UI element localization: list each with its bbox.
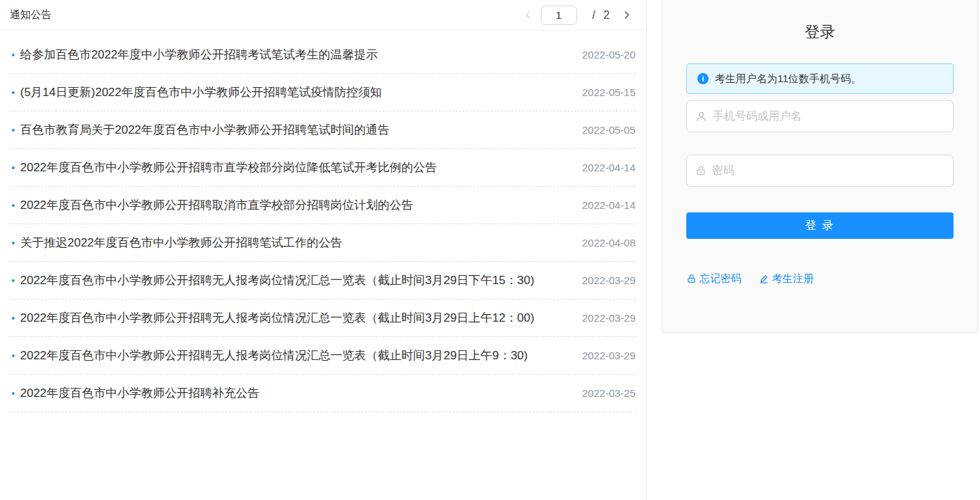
notice-row: 关于推迟2022年度百色市中小学教师公开招聘笔试工作的公告 2022-04-08: [10, 224, 635, 262]
chevron-right-icon: [622, 10, 631, 19]
bullet-icon: [12, 354, 15, 357]
notice-date: 2022-04-14: [582, 155, 635, 180]
prev-page-button[interactable]: [522, 9, 534, 21]
notice-date: 2022-04-08: [582, 231, 635, 255]
alert-text: 考生用户名为11位数手机号码。: [715, 72, 862, 86]
lock-icon: [695, 165, 706, 176]
bullet-icon: [12, 392, 15, 395]
register-label: 考生注册: [772, 272, 814, 286]
unlock-icon: [686, 274, 697, 284]
notice-link[interactable]: 2022年度百色市中小学教师公开招聘无人报考岗位情况汇总一览表（截止时间3月29…: [20, 343, 582, 368]
notice-row: 给参加百色市2022年度中小学教师公开招聘考试笔试考生的温馨提示 2022-05…: [10, 36, 635, 74]
chevron-left-icon: [523, 10, 532, 19]
info-circle-icon: i: [697, 73, 709, 84]
password-field-wrapper: [686, 155, 954, 187]
notice-link[interactable]: 2022年度百色市中小学教师公开招聘市直学校部分岗位降低笔试开考比例的公告: [20, 155, 582, 180]
notice-date: 2022-03-29: [582, 306, 635, 330]
notice-date: 2022-05-20: [582, 42, 635, 67]
notice-row: 2022年度百色市中小学教师公开招聘无人报考岗位情况汇总一览表（截止时间3月29…: [10, 299, 635, 337]
notice-row: (5月14日更新)2022年度百色市中小学教师公开招聘笔试疫情防控须知 2022…: [10, 74, 635, 111]
notices-header: 通知公告 / 2: [0, 0, 646, 31]
notices-panel: 通知公告 / 2 给参加百色市2022年: [0, 0, 647, 500]
notice-link[interactable]: 2022年度百色市中小学教师公开招聘取消市直学校部分招聘岗位计划的公告: [20, 193, 582, 217]
bullet-icon: [12, 91, 15, 94]
notice-row: 2022年度百色市中小学教师公开招聘取消市直学校部分招聘岗位计划的公告 2022…: [10, 187, 635, 224]
notice-row: 2022年度百色市中小学教师公开招聘无人报考岗位情况汇总一览表（截止时间3月29…: [10, 262, 635, 299]
notice-date: 2022-03-29: [582, 343, 635, 368]
password-input[interactable]: [712, 164, 945, 177]
notice-date: 2022-05-15: [582, 80, 635, 104]
bullet-icon: [12, 279, 15, 282]
notice-date: 2022-03-29: [582, 268, 635, 292]
notices-title: 通知公告: [10, 8, 52, 22]
notice-link[interactable]: 给参加百色市2022年度中小学教师公开招聘考试笔试考生的温馨提示: [20, 42, 582, 67]
page: 通知公告 / 2 给参加百色市2022年: [0, 0, 980, 500]
user-icon: [695, 111, 707, 123]
notice-date: 2022-05-05: [582, 118, 635, 142]
edit-pencil-icon: [759, 274, 769, 284]
forgot-password-link[interactable]: 忘记密码: [686, 272, 741, 286]
username-field-wrapper: [686, 100, 954, 132]
login-button[interactable]: 登 录: [686, 212, 954, 239]
forgot-password-label: 忘记密码: [700, 272, 741, 286]
notice-row: 2022年度百色市中小学教师公开招聘补充公告 2022-03-25: [10, 375, 635, 412]
username-input[interactable]: [713, 110, 945, 123]
bullet-icon: [12, 317, 15, 320]
notice-row: 百色市教育局关于2022年度百色市中小学教师公开招聘笔试时间的通告 2022-0…: [10, 111, 635, 149]
register-link[interactable]: 考生注册: [759, 272, 814, 286]
login-info-alert: i 考生用户名为11位数手机号码。: [686, 63, 954, 94]
next-page-button[interactable]: [621, 9, 633, 21]
notice-row: 2022年度百色市中小学教师公开招聘市直学校部分岗位降低笔试开考比例的公告 20…: [10, 149, 635, 187]
bullet-icon: [12, 204, 15, 207]
notices-list: 给参加百色市2022年度中小学教师公开招聘考试笔试考生的温馨提示 2022-05…: [0, 31, 646, 412]
bullet-icon: [12, 54, 15, 56]
notice-link[interactable]: 2022年度百色市中小学教师公开招聘无人报考岗位情况汇总一览表（截止时间3月29…: [20, 268, 582, 292]
login-card: 登录 i 考生用户名为11位数手机号码。 登 录 忘记密码: [662, 0, 978, 333]
notice-link[interactable]: 百色市教育局关于2022年度百色市中小学教师公开招聘笔试时间的通告: [20, 118, 582, 142]
notice-row: 2022年度百色市中小学教师公开招聘无人报考岗位情况汇总一览表（截止时间3月29…: [10, 337, 635, 375]
notice-link[interactable]: 2022年度百色市中小学教师公开招聘无人报考岗位情况汇总一览表（截止时间3月29…: [20, 306, 582, 330]
bullet-icon: [12, 129, 15, 132]
notice-date: 2022-03-25: [582, 381, 635, 405]
pagination: / 2: [522, 6, 633, 25]
notice-date: 2022-04-14: [582, 193, 635, 217]
page-number-input[interactable]: [541, 6, 577, 25]
notice-link[interactable]: 关于推迟2022年度百色市中小学教师公开招聘笔试工作的公告: [20, 231, 582, 255]
login-links: 忘记密码 考生注册: [686, 272, 954, 286]
bullet-icon: [12, 166, 15, 169]
page-total: 2: [603, 9, 610, 22]
notice-link[interactable]: (5月14日更新)2022年度百色市中小学教师公开招聘笔试疫情防控须知: [20, 80, 582, 104]
login-title: 登录: [686, 22, 954, 42]
bullet-icon: [12, 242, 15, 244]
notice-link[interactable]: 2022年度百色市中小学教师公开招聘补充公告: [20, 381, 582, 405]
page-separator: /: [592, 9, 595, 22]
